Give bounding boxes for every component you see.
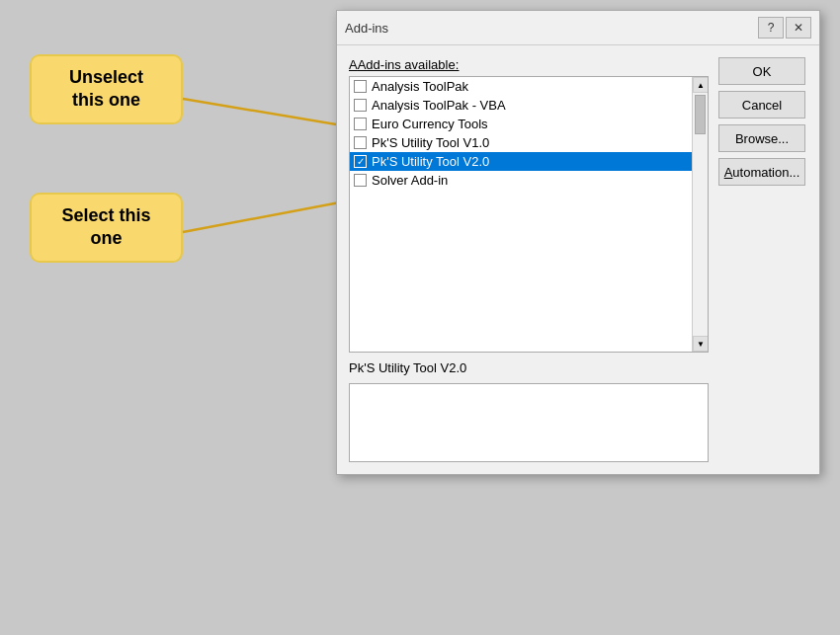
dialog-titlebar: Add-ins ? ✕ xyxy=(337,11,819,45)
close-button[interactable]: ✕ xyxy=(786,17,811,39)
description-area: Pk'S Utility Tool V2.0 xyxy=(349,360,709,462)
listbox-items[interactable]: Analysis ToolPak Analysis ToolPak - VBA … xyxy=(350,77,708,352)
listbox-item-pks-v2[interactable]: ✓ Pk'S Utility Tool V2.0 xyxy=(350,152,708,171)
callout-unselect: Unselect this one xyxy=(30,54,183,124)
titlebar-controls: ? ✕ xyxy=(758,17,811,39)
item-label-pks-v2: Pk'S Utility Tool V2.0 xyxy=(372,154,489,169)
callout-select: Select this one xyxy=(30,193,183,263)
item-label-euro-currency: Euro Currency Tools xyxy=(372,117,488,131)
scroll-down-button[interactable]: ▼ xyxy=(693,336,709,352)
scrollbar-thumb[interactable] xyxy=(695,95,706,134)
dialog-right: OK Cancel Browse... Automation... xyxy=(718,57,807,462)
checkbox-euro-currency[interactable] xyxy=(354,118,367,130)
description-label: Pk'S Utility Tool V2.0 xyxy=(349,360,709,375)
listbox-item-euro-currency[interactable]: Euro Currency Tools xyxy=(350,115,708,133)
listbox-item-analysis-toolpak-vba[interactable]: Analysis ToolPak - VBA xyxy=(350,96,708,115)
description-box xyxy=(349,383,709,462)
checkbox-solver[interactable] xyxy=(354,174,367,187)
dialog-addins: Add-ins ? ✕ AAdd-ins available: Analysis… xyxy=(336,10,820,475)
callout-unselect-text2: this one xyxy=(72,90,140,110)
checkbox-pks-v2[interactable]: ✓ xyxy=(354,155,367,168)
ok-button[interactable]: OK xyxy=(718,57,805,85)
dialog-left: AAdd-ins available: Analysis ToolPak Ana… xyxy=(349,57,709,462)
callout-select-text: Select this xyxy=(61,205,150,225)
browse-button[interactable]: Browse... xyxy=(718,124,805,152)
item-label-pks-v1: Pk'S Utility Tool V1.0 xyxy=(372,135,489,150)
dialog-title: Add-ins xyxy=(345,21,388,36)
automation-button[interactable]: Automation... xyxy=(718,158,805,186)
checkbox-analysis-toolpak[interactable] xyxy=(354,80,367,93)
listbox-item-solver[interactable]: Solver Add-in xyxy=(350,171,708,190)
cancel-button[interactable]: Cancel xyxy=(718,91,805,119)
item-label-analysis-toolpak-vba: Analysis ToolPak - VBA xyxy=(372,98,506,113)
scrollbar-track[interactable]: ▲ ▼ xyxy=(692,77,708,352)
listbox-item-analysis-toolpak[interactable]: Analysis ToolPak xyxy=(350,77,708,96)
scroll-up-button[interactable]: ▲ xyxy=(693,77,709,93)
item-label-analysis-toolpak: Analysis ToolPak xyxy=(372,79,468,94)
item-label-solver: Solver Add-in xyxy=(372,173,448,188)
help-button[interactable]: ? xyxy=(758,17,784,39)
checkbox-pks-v1[interactable] xyxy=(354,136,367,149)
addins-listbox[interactable]: Analysis ToolPak Analysis ToolPak - VBA … xyxy=(349,76,709,353)
callout-unselect-text: Unselect xyxy=(69,67,143,87)
dialog-body: AAdd-ins available: Analysis ToolPak Ana… xyxy=(337,45,819,474)
callout-select-text2: one xyxy=(90,228,122,248)
listbox-item-pks-v1[interactable]: Pk'S Utility Tool V1.0 xyxy=(350,133,708,152)
addins-label: AAdd-ins available: xyxy=(349,57,709,72)
checkbox-analysis-toolpak-vba[interactable] xyxy=(354,99,367,112)
scrollbar-thumb-area xyxy=(693,93,708,336)
